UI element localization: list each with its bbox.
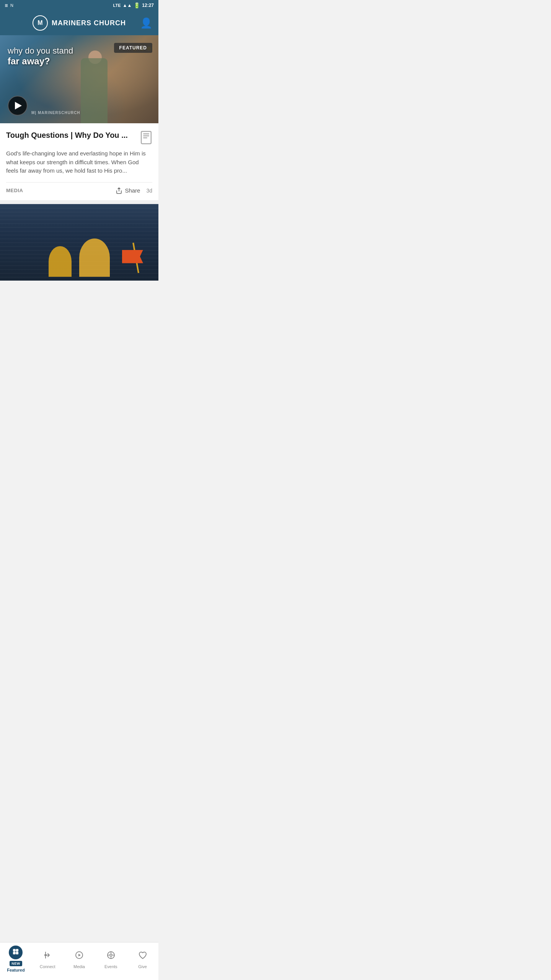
app-header: M MARINERS CHURCH 👤 (0, 11, 158, 35)
battery-icon: 🔋 (134, 2, 140, 8)
hero-watermark: M| MARINERSCHURCH (31, 111, 80, 115)
sim-icon: ≣ (5, 3, 8, 8)
card-timestamp: 3d (146, 188, 152, 194)
flag-banner (122, 250, 143, 263)
bookmark-button[interactable] (140, 131, 152, 145)
play-icon (15, 102, 22, 109)
second-card-preview[interactable] (0, 204, 158, 281)
person-body (81, 58, 108, 123)
profile-icon: 👤 (140, 17, 152, 29)
logo-circle: M (33, 15, 48, 31)
status-right-info: LTE ▲▲ 🔋 12:27 (113, 2, 154, 8)
play-button[interactable] (8, 96, 28, 116)
hero-text: why do you stand far away? (8, 46, 73, 67)
card-description: God's life-changing love and everlasting… (6, 149, 152, 175)
logo-letter: M (37, 20, 42, 26)
graphic-shape-1 (49, 246, 72, 277)
svg-rect-2 (143, 136, 149, 137)
card-actions: Share 3d (116, 187, 152, 194)
profile-button[interactable]: 👤 (140, 17, 152, 29)
card-title: Tough Questions | Why Do You ... (6, 130, 135, 140)
share-label: Share (125, 187, 140, 194)
svg-rect-1 (143, 133, 149, 134)
featured-badge: FEATURED (114, 43, 152, 53)
status-bar: ≣ N LTE ▲▲ 🔋 12:27 (0, 0, 158, 11)
hero-title-line1: why do you stand (8, 46, 73, 56)
second-card-image (0, 204, 158, 281)
card-category: MEDIA (6, 188, 23, 193)
card-footer: MEDIA Share 3d (6, 182, 152, 194)
clock: 12:27 (142, 3, 154, 8)
svg-rect-3 (143, 137, 147, 139)
app-title: MARINERS CHURCH (52, 19, 126, 27)
main-content-card: Tough Questions | Why Do You ... God's l… (0, 123, 158, 200)
notification-icon: N (10, 3, 13, 8)
status-left-icons: ≣ N (5, 3, 13, 8)
share-button[interactable]: Share (116, 187, 140, 194)
graphic-flag (116, 250, 147, 273)
logo-container: M MARINERS CHURCH (33, 15, 126, 31)
card-divider (0, 200, 158, 204)
signal-icon: ▲▲ (123, 3, 132, 8)
hero-title-line2: far away? (8, 56, 73, 67)
card-graphic (0, 235, 158, 281)
page-content: why do you stand far away? FEATURED M| M… (0, 35, 158, 319)
card-header: Tough Questions | Why Do You ... (6, 130, 152, 145)
lte-indicator: LTE (113, 3, 121, 8)
graphic-shape-2 (79, 238, 110, 277)
hero-section[interactable]: why do you stand far away? FEATURED M| M… (0, 35, 158, 123)
